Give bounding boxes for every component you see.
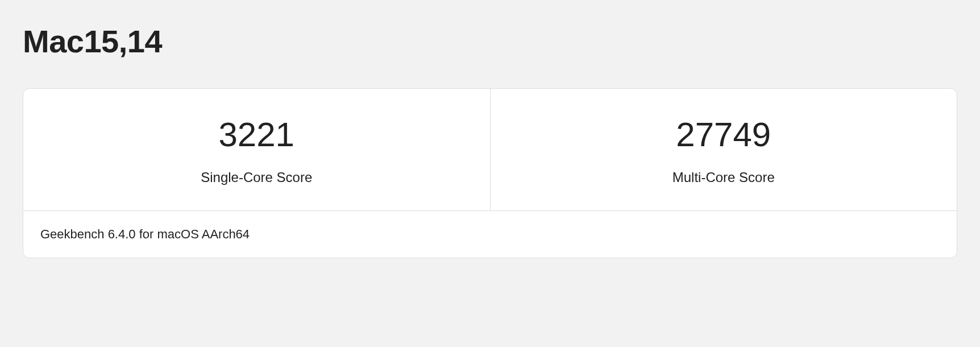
scores-row: 3221 Single-Core Score 27749 Multi-Core … [23,89,957,210]
multi-core-score-value: 27749 [502,116,946,154]
multi-core-score-cell: 27749 Multi-Core Score [491,89,957,210]
single-core-score-label: Single-Core Score [35,170,479,185]
multi-core-score-label: Multi-Core Score [502,170,946,185]
version-info: Geekbench 6.4.0 for macOS AArch64 [23,210,957,258]
page-title: Mac15,14 [23,23,957,60]
score-card: 3221 Single-Core Score 27749 Multi-Core … [23,88,957,258]
single-core-score-value: 3221 [35,116,479,154]
single-core-score-cell: 3221 Single-Core Score [23,89,491,210]
